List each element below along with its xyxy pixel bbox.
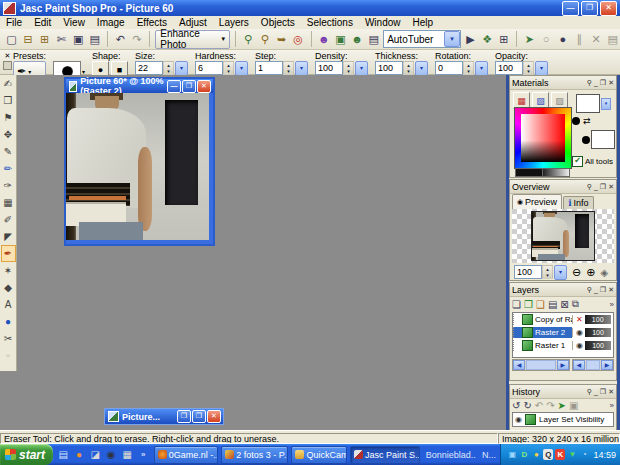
scroll-right-icon[interactable]: ▶ — [601, 360, 613, 370]
chevron-down-icon[interactable]: ▾ — [444, 31, 460, 47]
overflow-chevron-icon[interactable]: » — [137, 448, 150, 461]
menu-view[interactable]: View — [57, 17, 91, 28]
maximize-button[interactable]: ❐ — [182, 80, 196, 93]
zoom-in-icon[interactable]: ⚲ — [241, 31, 256, 48]
menu-window[interactable]: Window — [359, 17, 407, 28]
pin-icon[interactable]: ⚲ — [587, 183, 592, 191]
pin-icon[interactable]: ⚲ — [587, 286, 592, 294]
chevron-down-icon[interactable]: ▾ — [601, 98, 611, 110]
preset-shapes-tool[interactable]: ● — [1, 313, 16, 330]
frame-icon[interactable]: ▤ — [366, 31, 381, 48]
zoom-in-icon[interactable]: ⊕ — [586, 266, 595, 279]
foreground-material[interactable]: ▾ — [576, 94, 611, 113]
pan-icon[interactable]: ➥ — [274, 31, 289, 48]
image-icon[interactable]: ▣ — [333, 31, 348, 48]
save-quickscript-icon[interactable]: ▣ — [569, 400, 578, 411]
background-material[interactable] — [582, 130, 615, 149]
enhance-photo-button[interactable]: Enhance Photo ▾ — [155, 30, 230, 49]
tube-icon[interactable]: ❖ — [480, 31, 495, 48]
open-icon[interactable]: ⊟ — [21, 31, 36, 48]
selection-tool[interactable]: ❒ — [1, 92, 16, 109]
start-button[interactable]: start — [0, 444, 53, 465]
save-icon[interactable]: ▣ — [71, 31, 86, 48]
move-tool[interactable]: ✥ — [1, 126, 16, 143]
close-icon[interactable]: ✕ — [5, 52, 11, 59]
background-swatch[interactable] — [542, 168, 570, 177]
close-icon[interactable]: ✕ — [608, 79, 614, 87]
minimized-image-window[interactable]: Picture... ❐ ❐ ✕ — [104, 408, 224, 425]
quicktime-icon[interactable]: Q — [543, 449, 553, 460]
menu-adjust[interactable]: Adjust — [173, 17, 213, 28]
foreground-swatch[interactable] — [515, 168, 543, 177]
background-color-swatch[interactable] — [591, 130, 615, 149]
printer-icon[interactable]: ▦ — [121, 448, 134, 461]
photo-canvas[interactable] — [66, 93, 209, 240]
messenger-icon[interactable]: ▣ — [507, 449, 517, 460]
slider-dropdown[interactable]: ▾ — [295, 61, 308, 76]
tab-info[interactable]: ℹ Info — [563, 196, 593, 209]
scratch-remover-tool[interactable]: ◤ — [1, 228, 16, 245]
slider-dropdown[interactable]: ▾ — [415, 61, 428, 76]
ie-icon[interactable]: ▤ — [57, 448, 70, 461]
slider-dropdown[interactable]: ▾ — [175, 61, 188, 76]
browse-icon[interactable]: ⊞ — [37, 31, 52, 48]
pause-icon[interactable]: ∥ — [572, 31, 587, 48]
float-icon[interactable]: ❐ — [600, 79, 606, 87]
visibility-icon[interactable]: ◉ — [576, 328, 583, 337]
all-tools-checkbox[interactable]: ✔ All tools — [572, 156, 613, 167]
spinner-arrows[interactable]: ▴▾ — [283, 61, 294, 75]
redo-icon[interactable]: ↷ — [546, 400, 554, 411]
dropper-tool[interactable]: ✐ — [1, 211, 16, 228]
spinner-arrows[interactable]: ▴▾ — [343, 61, 354, 75]
taskbar-button-bonnieblad[interactable]: Bonnieblad... — [423, 447, 476, 463]
menu-image[interactable]: Image — [91, 17, 131, 28]
new-vector-layer-icon[interactable]: ❑ — [536, 299, 545, 310]
straighten-tool[interactable]: ✎ — [1, 143, 16, 160]
image-window-titlebar[interactable]: Picture 60* @ 100% (Raster 2) — ❐ ✕ — [66, 79, 213, 93]
slider-dropdown[interactable]: ▾ — [554, 265, 567, 280]
maximize-button[interactable]: ❐ — [192, 410, 206, 423]
record-icon[interactable]: ○ — [539, 31, 554, 48]
density-input[interactable]: 100 — [315, 61, 343, 75]
menu-file[interactable]: File — [0, 17, 28, 28]
overview-zoom-input[interactable]: 100 — [514, 265, 542, 279]
menu-selections[interactable]: Selections — [301, 17, 359, 28]
spinner-arrows[interactable]: ▴▾ — [463, 61, 474, 75]
size-input[interactable]: 22 — [135, 61, 163, 75]
close-icon[interactable]: ✕ — [608, 183, 614, 191]
new-raster-layer-icon[interactable]: ❐ — [524, 299, 533, 310]
visibility-icon[interactable]: ◉ — [576, 341, 583, 350]
taskbar-button-jasc[interactable]: Jasc Paint S... — [350, 446, 420, 464]
menu-layers[interactable]: Layers — [213, 17, 255, 28]
new-layer-icon[interactable]: ❏ — [512, 299, 521, 310]
new-mask-layer-icon[interactable]: ▤ — [548, 299, 557, 310]
float-icon[interactable]: ❐ — [600, 286, 606, 294]
clone-brush-tool[interactable]: ✑ — [1, 177, 16, 194]
thickness-input[interactable]: 100 — [375, 61, 403, 75]
firefox-icon[interactable]: ● — [73, 448, 86, 461]
zoom-out-icon[interactable]: ⚲ — [257, 31, 272, 48]
close-button[interactable]: ✕ — [207, 410, 221, 423]
zoom-100-icon[interactable]: ◈ — [600, 267, 608, 278]
minimize-button[interactable]: — — [167, 80, 181, 93]
red-eye-icon[interactable]: ◎ — [291, 31, 306, 48]
key-icon[interactable]: ● — [531, 449, 541, 460]
taskbar-button-2fotos[interactable]: 2 fotos 3 - P... — [221, 446, 288, 464]
pin-icon[interactable]: ⚲ — [587, 79, 592, 87]
pen-tool[interactable]: ✂ — [1, 330, 16, 347]
undo-icon[interactable]: ↶ — [535, 400, 543, 411]
clock-icon[interactable]: ◔ — [579, 449, 589, 460]
maximize-button[interactable]: ❐ — [581, 1, 598, 16]
minimize-icon[interactable]: _ — [594, 79, 598, 87]
taskbar-button-quickcam[interactable]: QuickCam — [291, 446, 347, 464]
minimize-icon[interactable]: _ — [594, 183, 598, 191]
redo-icon[interactable]: ↷ — [130, 31, 145, 48]
k-icon[interactable]: K — [555, 449, 565, 460]
image-window[interactable]: Picture 60* @ 100% (Raster 2) — ❐ ✕ — [64, 77, 215, 246]
player-icon[interactable]: ◉ — [105, 448, 118, 461]
close-button[interactable]: ✕ — [600, 1, 617, 16]
spinner-arrows[interactable]: ▴▾ — [163, 61, 174, 75]
palette-grip[interactable]: ✕ — [2, 51, 13, 70]
layer-row-copy-of-raster[interactable]: Copy of Raste ✕100 — [513, 313, 613, 326]
run-script-icon[interactable]: ➤ — [522, 31, 537, 48]
